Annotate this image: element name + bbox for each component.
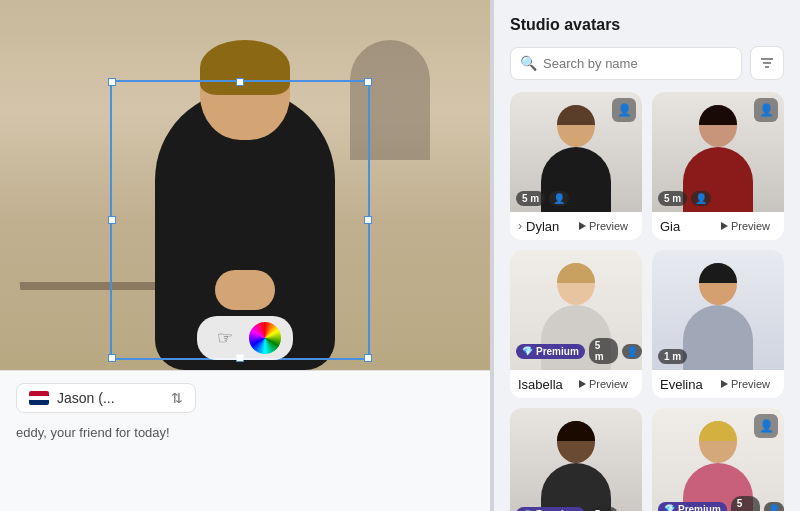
panel-title: Studio avatars <box>510 16 784 34</box>
premium-badge: 💎Premium <box>658 502 727 512</box>
filter-button[interactable] <box>750 46 784 80</box>
left-panel: ☞ Jason (... ⇅ eddy, your friend for tod… <box>0 0 490 511</box>
avatar-badges-isabella: 💎Premium 5 m 👤 <box>516 338 642 364</box>
top-person-badge-person4: 👤 <box>754 414 778 438</box>
time-badge: 5 m <box>589 507 618 511</box>
avatar-info-gia: Gia Preview <box>652 212 784 240</box>
time-badge: 1 m <box>658 349 687 364</box>
top-person-badge-gia: 👤 <box>754 98 778 122</box>
mini-hair <box>699 105 737 125</box>
voice-selector[interactable]: Jason (... ⇅ <box>16 383 196 413</box>
mini-head <box>699 263 737 305</box>
background-figure <box>350 40 430 160</box>
avatar-badges-evelina: 1 m <box>658 349 687 364</box>
mini-body <box>683 305 753 370</box>
avatar-badges-gia: 5 m 👤 <box>658 191 711 206</box>
avatar-card-isabella[interactable]: 💎Premium 5 m 👤 Isabella Preview <box>510 250 642 398</box>
mini-head <box>699 421 737 463</box>
voice-name: Jason (... <box>57 390 163 406</box>
search-bar: 🔍 <box>510 46 784 80</box>
premium-badge: 💎Premium <box>516 344 585 359</box>
search-input[interactable] <box>510 47 742 80</box>
avatar-name-isabella: Isabella <box>518 377 569 392</box>
person-icon: 👤 <box>754 414 778 438</box>
mini-hair <box>699 421 737 441</box>
preview-button-evelina[interactable]: Preview <box>715 376 776 392</box>
avatar-badges-dylan: 5 m 👤 <box>516 191 569 206</box>
avatar-name-evelina: Evelina <box>660 377 711 392</box>
time-badge: 5 m <box>516 191 545 206</box>
avatar-hair <box>200 40 290 95</box>
play-icon <box>721 380 728 388</box>
script-text: eddy, your friend for today! <box>16 423 474 443</box>
search-icon: 🔍 <box>520 55 537 71</box>
flag-icon <box>29 391 49 405</box>
avatar-name-dylan: Dylan <box>526 219 569 234</box>
mini-head <box>699 105 737 147</box>
time-badge: 5 m <box>589 338 618 364</box>
play-icon <box>579 222 586 230</box>
expand-icon[interactable]: › <box>518 219 522 233</box>
avatar-grid: 👤 5 m 👤 › Dylan Preview <box>510 92 784 511</box>
preview-button-gia[interactable]: Preview <box>715 218 776 234</box>
gem-icon: 💎 <box>664 504 675 511</box>
person-icon: 👤 <box>754 98 778 122</box>
time-badge: 5 m <box>731 496 760 511</box>
mini-body <box>541 463 611 511</box>
avatar-card-gia[interactable]: 👤 5 m 👤 Gia Preview <box>652 92 784 240</box>
mini-hair <box>557 421 595 441</box>
avatar-card-person3[interactable]: 💎Premium 5 m <box>510 408 642 511</box>
avatar-name-gia: Gia <box>660 219 711 234</box>
avatar-card-evelina[interactable]: 1 m Evelina Preview <box>652 250 784 398</box>
mini-hair <box>557 105 595 125</box>
video-area: ☞ <box>0 0 490 370</box>
avatar-info-evelina: Evelina Preview <box>652 370 784 398</box>
avatar-badge: 👤 <box>764 502 784 512</box>
top-person-badge-dylan: 👤 <box>612 98 636 122</box>
video-toolbar: ☞ <box>197 316 293 360</box>
avatar-hands <box>215 270 275 310</box>
preview-label: Preview <box>731 220 770 232</box>
avatar-head <box>200 40 290 140</box>
avatar-image-evelina: 1 m <box>652 250 784 370</box>
mini-hair <box>699 263 737 283</box>
mini-hair <box>557 263 595 283</box>
avatar-card-person4[interactable]: 👤 💎Premium 5 m 👤 <box>652 408 784 511</box>
time-badge: 5 m <box>658 191 687 206</box>
premium-badge: 💎Premium <box>516 507 585 511</box>
avatar-badge: 👤 <box>691 191 711 206</box>
avatar-badge: 👤 <box>622 344 642 359</box>
right-panel: Studio avatars 🔍 <box>494 0 800 511</box>
mini-head <box>557 421 595 463</box>
play-icon <box>579 380 586 388</box>
preview-label: Preview <box>731 378 770 390</box>
avatar-badge: 👤 <box>549 191 569 206</box>
avatar-badges-person3: 💎Premium 5 m <box>516 507 618 511</box>
avatar-placeholder-person3 <box>510 408 642 511</box>
avatar-card-dylan[interactable]: 👤 5 m 👤 › Dylan Preview <box>510 92 642 240</box>
gem-icon: 💎 <box>522 346 533 356</box>
preview-button-isabella[interactable]: Preview <box>573 376 634 392</box>
avatar-badges-person4: 💎Premium 5 m 👤 <box>658 496 784 511</box>
avatar-info-isabella: Isabella Preview <box>510 370 642 398</box>
avatar-image-person4: 👤 💎Premium 5 m 👤 <box>652 408 784 511</box>
mini-head <box>557 105 595 147</box>
mini-figure-evelina <box>683 263 753 370</box>
avatar-image-person3: 💎Premium 5 m <box>510 408 642 511</box>
preview-button-dylan[interactable]: Preview <box>573 218 634 234</box>
chevron-icon: ⇅ <box>171 390 183 406</box>
play-icon <box>721 222 728 230</box>
bottom-bar: Jason (... ⇅ eddy, your friend for today… <box>0 370 490 511</box>
hand-tool-icon[interactable]: ☞ <box>209 322 241 354</box>
color-wheel-icon[interactable] <box>249 322 281 354</box>
mini-head <box>557 263 595 305</box>
mini-figure-person3 <box>541 421 611 511</box>
preview-label: Preview <box>589 220 628 232</box>
avatar-image-dylan: 👤 5 m 👤 <box>510 92 642 212</box>
avatar-image-gia: 👤 5 m 👤 <box>652 92 784 212</box>
avatar-info-dylan: › Dylan Preview <box>510 212 642 240</box>
preview-label: Preview <box>589 378 628 390</box>
person-icon: 👤 <box>612 98 636 122</box>
avatar-image-isabella: 💎Premium 5 m 👤 <box>510 250 642 370</box>
